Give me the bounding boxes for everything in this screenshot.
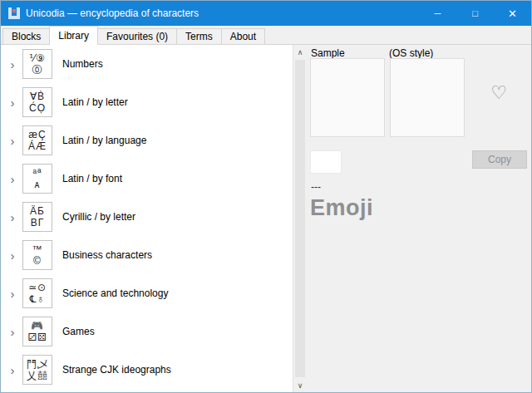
tree-item-business-characters[interactable]: › ™ © Business characters [1,236,293,274]
window-title: Unicodia — encyclopedia of characters [26,7,199,19]
scroll-down-icon[interactable]: ∨ [293,378,307,392]
tree-item-label: Strange CJK ideographs [62,364,171,376]
character-cell[interactable] [310,150,342,174]
tree-item-latin-by-letter[interactable]: › ⱯḂ ĆỌ Latin / by letter [1,83,293,121]
tree-item-label: Latin / by letter [62,96,128,108]
close-button[interactable]: ✕ [494,1,531,26]
tree-item-label: Latin / by font [62,173,122,184]
tree-item-label: Science and technology [62,287,168,299]
category-icon: æÇ ÁÆ [22,125,52,155]
category-icon: 門乄 乂囍 [22,355,52,385]
category-icon: ≃⊙ ℄♁ [22,278,52,308]
titlebar: Unicodia — encyclopedia of characters ─ … [1,1,531,26]
sample-box-app [310,58,385,137]
scrollbar-thumb[interactable] [295,60,305,377]
main-area: › ⅟⑨ ⓪ Numbers › ⱯḂ ĆỌ Latin / by letter… [1,45,531,392]
sample-label: Sample [311,47,345,59]
expand-chevron-icon[interactable]: › [6,364,19,376]
category-icon: ᵃª ᴀ [22,164,52,194]
tree-item-label: Business characters [62,249,152,261]
expand-chevron-icon[interactable]: › [6,287,19,300]
code-placeholder: --- [311,181,321,193]
detail-panel: Sample (OS style) ♡ Copy --- Emoji [307,45,531,392]
sample-box-os [390,58,465,137]
minimize-button[interactable]: ─ [419,1,456,26]
tab-favourites[interactable]: Favourites (0) [97,28,177,44]
os-style-label: (OS style) [389,47,433,59]
tab-bar: Blocks Library Favourites (0) Terms Abou… [1,26,531,45]
tab-about[interactable]: About [221,28,265,44]
tab-library[interactable]: Library [49,26,98,45]
tree-item-latin-by-language[interactable]: › æÇ ÁÆ Latin / by language [1,121,293,160]
library-tree: › ⅟⑨ ⓪ Numbers › ⱯḂ ĆỌ Latin / by letter… [1,45,293,392]
tree-item-latin-by-font[interactable]: › ᵃª ᴀ Latin / by font [1,160,293,198]
expand-chevron-icon[interactable]: › [6,326,19,338]
tab-blocks[interactable]: Blocks [2,28,50,44]
tree-item-games[interactable]: › 🎮 ⚂⚄ Games [1,312,293,351]
favourite-heart-icon[interactable]: ♡ [486,84,511,102]
maximize-button[interactable]: □ [456,1,494,26]
tree-item-label: Latin / by language [62,135,146,146]
category-icon: ӒБ ВГ [22,202,52,232]
block-heading: Emoji [310,195,373,221]
tree-scrollbar[interactable]: ∧ ∨ [293,45,307,392]
tree-item-science-and-technology[interactable]: › ≃⊙ ℄♁ Science and technology [1,274,293,312]
expand-chevron-icon[interactable]: › [6,173,19,185]
category-icon: ⱯḂ ĆỌ [22,87,52,117]
tree-item-strange-cjk-ideographs[interactable]: › 門乄 乂囍 Strange CJK ideographs [1,351,293,389]
app-icon [7,7,21,20]
tree-item-label: Numbers [62,58,103,70]
expand-chevron-icon[interactable]: › [6,58,19,71]
copy-button[interactable]: Copy [472,150,527,169]
tab-terms[interactable]: Terms [176,28,222,44]
tree-item-label: Cyrillic / by letter [62,211,135,223]
category-icon: ™ © [22,240,52,270]
expand-chevron-icon[interactable]: › [6,96,19,109]
expand-chevron-icon[interactable]: › [6,211,19,224]
category-icon: 🎮 ⚂⚄ [22,317,52,346]
app-window: Unicodia — encyclopedia of characters ─ … [0,0,532,393]
tree-item-numbers[interactable]: › ⅟⑨ ⓪ Numbers [1,45,293,83]
tree-item-label: Games [62,326,95,337]
expand-chevron-icon[interactable]: › [6,135,19,147]
tree-item-cyrillic-by-letter[interactable]: › ӒБ ВГ Cyrillic / by letter [1,198,293,236]
window-controls: ─ □ ✕ [419,1,531,26]
expand-chevron-icon[interactable]: › [6,249,19,262]
category-icon: ⅟⑨ ⓪ [22,49,52,79]
scroll-up-icon[interactable]: ∧ [293,45,307,59]
